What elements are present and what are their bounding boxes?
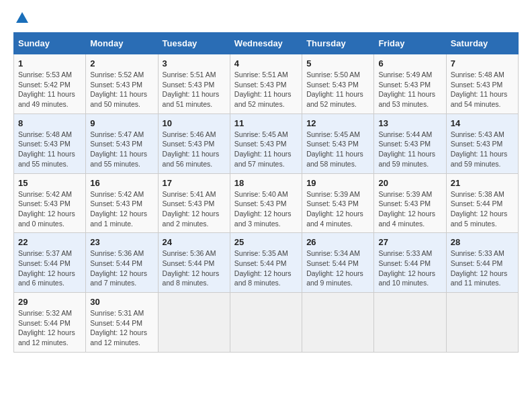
day-info: Sunrise: 5:44 AM Sunset: 5:43 PM Dayligh…: [378, 130, 441, 169]
day-number: 26: [306, 237, 369, 247]
day-number: 22: [18, 237, 81, 247]
calendar-day-cell: 25Sunrise: 5:35 AM Sunset: 5:44 PM Dayli…: [230, 233, 302, 293]
day-number: 24: [163, 237, 226, 247]
day-number: 16: [90, 178, 153, 188]
day-number: 12: [306, 118, 369, 128]
calendar-day-cell: 30Sunrise: 5:31 AM Sunset: 5:44 PM Dayli…: [86, 293, 158, 353]
calendar-day-cell: 18Sunrise: 5:40 AM Sunset: 5:43 PM Dayli…: [230, 173, 302, 233]
calendar-day-cell: 20Sunrise: 5:39 AM Sunset: 5:43 PM Dayli…: [374, 173, 446, 233]
page-header: [13, 13, 519, 26]
day-info: Sunrise: 5:42 AM Sunset: 5:43 PM Dayligh…: [18, 189, 81, 229]
calendar-day-cell: 14Sunrise: 5:43 AM Sunset: 5:43 PM Dayli…: [446, 113, 518, 173]
day-number: 23: [90, 237, 153, 247]
calendar-day-cell: 24Sunrise: 5:36 AM Sunset: 5:44 PM Dayli…: [158, 233, 230, 293]
day-info: Sunrise: 5:39 AM Sunset: 5:43 PM Dayligh…: [306, 189, 369, 229]
day-info: Sunrise: 5:53 AM Sunset: 5:42 PM Dayligh…: [18, 70, 81, 109]
calendar-week-row: 22Sunrise: 5:37 AM Sunset: 5:44 PM Dayli…: [14, 233, 519, 293]
day-number: 17: [163, 178, 226, 188]
calendar-header-row: SundayMondayTuesdayWednesdayThursdayFrid…: [14, 33, 519, 54]
day-number: 19: [306, 178, 369, 188]
day-info: Sunrise: 5:35 AM Sunset: 5:44 PM Dayligh…: [234, 248, 298, 288]
day-number: 4: [234, 58, 298, 68]
calendar-day-cell: 3Sunrise: 5:51 AM Sunset: 5:43 PM Daylig…: [158, 54, 230, 114]
day-info: Sunrise: 5:32 AM Sunset: 5:44 PM Dayligh…: [18, 308, 81, 348]
calendar-day-cell: 17Sunrise: 5:41 AM Sunset: 5:43 PM Dayli…: [158, 173, 230, 233]
day-info: Sunrise: 5:36 AM Sunset: 5:44 PM Dayligh…: [163, 248, 226, 288]
calendar-day-cell: 12Sunrise: 5:45 AM Sunset: 5:43 PM Dayli…: [302, 113, 374, 173]
day-of-week-header: Friday: [374, 33, 446, 54]
day-of-week-header: Tuesday: [158, 33, 230, 54]
day-number: 2: [90, 58, 153, 68]
day-number: 3: [163, 58, 226, 68]
calendar-day-cell: 5Sunrise: 5:50 AM Sunset: 5:43 PM Daylig…: [302, 54, 374, 114]
day-number: 30: [90, 297, 153, 307]
day-info: Sunrise: 5:46 AM Sunset: 5:43 PM Dayligh…: [163, 130, 226, 169]
day-number: 1: [18, 58, 81, 68]
calendar-week-row: 1Sunrise: 5:53 AM Sunset: 5:42 PM Daylig…: [14, 54, 519, 114]
calendar-day-cell: [446, 293, 518, 353]
calendar-day-cell: 2Sunrise: 5:52 AM Sunset: 5:43 PM Daylig…: [86, 54, 158, 114]
day-info: Sunrise: 5:37 AM Sunset: 5:44 PM Dayligh…: [18, 248, 81, 288]
day-info: Sunrise: 5:45 AM Sunset: 5:43 PM Dayligh…: [234, 130, 298, 169]
day-number: 5: [306, 58, 369, 68]
day-number: 20: [378, 178, 441, 188]
day-info: Sunrise: 5:50 AM Sunset: 5:43 PM Dayligh…: [306, 70, 369, 109]
day-info: Sunrise: 5:33 AM Sunset: 5:44 PM Dayligh…: [378, 248, 441, 288]
calendar-day-cell: [230, 293, 302, 353]
day-of-week-header: Saturday: [446, 33, 518, 54]
day-info: Sunrise: 5:52 AM Sunset: 5:43 PM Dayligh…: [90, 70, 153, 109]
calendar-day-cell: 21Sunrise: 5:38 AM Sunset: 5:44 PM Dayli…: [446, 173, 518, 233]
calendar-day-cell: [302, 293, 374, 353]
day-number: 15: [18, 178, 81, 188]
day-number: 25: [234, 237, 298, 247]
day-of-week-header: Monday: [86, 33, 158, 54]
day-info: Sunrise: 5:47 AM Sunset: 5:43 PM Dayligh…: [90, 130, 153, 169]
day-info: Sunrise: 5:40 AM Sunset: 5:43 PM Dayligh…: [234, 189, 298, 229]
svg-marker-0: [16, 12, 28, 23]
day-number: 27: [378, 237, 441, 247]
day-info: Sunrise: 5:39 AM Sunset: 5:43 PM Dayligh…: [378, 189, 441, 229]
day-info: Sunrise: 5:49 AM Sunset: 5:43 PM Dayligh…: [378, 70, 441, 109]
day-number: 18: [234, 178, 298, 188]
day-info: Sunrise: 5:36 AM Sunset: 5:44 PM Dayligh…: [90, 248, 153, 288]
calendar-day-cell: 28Sunrise: 5:33 AM Sunset: 5:44 PM Dayli…: [446, 233, 518, 293]
day-info: Sunrise: 5:51 AM Sunset: 5:43 PM Dayligh…: [234, 70, 298, 109]
day-info: Sunrise: 5:48 AM Sunset: 5:43 PM Dayligh…: [451, 70, 514, 109]
day-info: Sunrise: 5:33 AM Sunset: 5:44 PM Dayligh…: [451, 248, 514, 288]
calendar-day-cell: 7Sunrise: 5:48 AM Sunset: 5:43 PM Daylig…: [446, 54, 518, 114]
day-number: 6: [378, 58, 441, 68]
day-of-week-header: Wednesday: [230, 33, 302, 54]
day-of-week-header: Thursday: [302, 33, 374, 54]
day-info: Sunrise: 5:42 AM Sunset: 5:43 PM Dayligh…: [90, 189, 153, 229]
calendar-day-cell: 11Sunrise: 5:45 AM Sunset: 5:43 PM Dayli…: [230, 113, 302, 173]
day-info: Sunrise: 5:43 AM Sunset: 5:43 PM Dayligh…: [451, 130, 514, 169]
calendar-day-cell: 9Sunrise: 5:47 AM Sunset: 5:43 PM Daylig…: [86, 113, 158, 173]
calendar-table: SundayMondayTuesdayWednesdayThursdayFrid…: [13, 32, 519, 353]
calendar-day-cell: 1Sunrise: 5:53 AM Sunset: 5:42 PM Daylig…: [14, 54, 86, 114]
calendar-day-cell: 27Sunrise: 5:33 AM Sunset: 5:44 PM Dayli…: [374, 233, 446, 293]
calendar-day-cell: 4Sunrise: 5:51 AM Sunset: 5:43 PM Daylig…: [230, 54, 302, 114]
calendar-day-cell: 13Sunrise: 5:44 AM Sunset: 5:43 PM Dayli…: [374, 113, 446, 173]
calendar-week-row: 8Sunrise: 5:48 AM Sunset: 5:43 PM Daylig…: [14, 113, 519, 173]
calendar-day-cell: 6Sunrise: 5:49 AM Sunset: 5:43 PM Daylig…: [374, 54, 446, 114]
day-number: 11: [234, 118, 298, 128]
day-number: 7: [451, 58, 514, 68]
calendar-day-cell: 10Sunrise: 5:46 AM Sunset: 5:43 PM Dayli…: [158, 113, 230, 173]
logo-icon: [15, 11, 30, 26]
day-of-week-header: Sunday: [14, 33, 86, 54]
day-info: Sunrise: 5:51 AM Sunset: 5:43 PM Dayligh…: [163, 70, 226, 109]
day-info: Sunrise: 5:41 AM Sunset: 5:43 PM Dayligh…: [163, 189, 226, 229]
calendar-week-row: 15Sunrise: 5:42 AM Sunset: 5:43 PM Dayli…: [14, 173, 519, 233]
day-info: Sunrise: 5:45 AM Sunset: 5:43 PM Dayligh…: [306, 130, 369, 169]
day-number: 28: [451, 237, 514, 247]
calendar-day-cell: 22Sunrise: 5:37 AM Sunset: 5:44 PM Dayli…: [14, 233, 86, 293]
calendar-day-cell: 16Sunrise: 5:42 AM Sunset: 5:43 PM Dayli…: [86, 173, 158, 233]
day-info: Sunrise: 5:38 AM Sunset: 5:44 PM Dayligh…: [451, 189, 514, 229]
day-info: Sunrise: 5:34 AM Sunset: 5:44 PM Dayligh…: [306, 248, 369, 288]
day-number: 21: [451, 178, 514, 188]
calendar-day-cell: 15Sunrise: 5:42 AM Sunset: 5:43 PM Dayli…: [14, 173, 86, 233]
day-number: 29: [18, 297, 81, 307]
calendar-day-cell: 26Sunrise: 5:34 AM Sunset: 5:44 PM Dayli…: [302, 233, 374, 293]
calendar-day-cell: 23Sunrise: 5:36 AM Sunset: 5:44 PM Dayli…: [86, 233, 158, 293]
day-info: Sunrise: 5:31 AM Sunset: 5:44 PM Dayligh…: [90, 308, 153, 348]
